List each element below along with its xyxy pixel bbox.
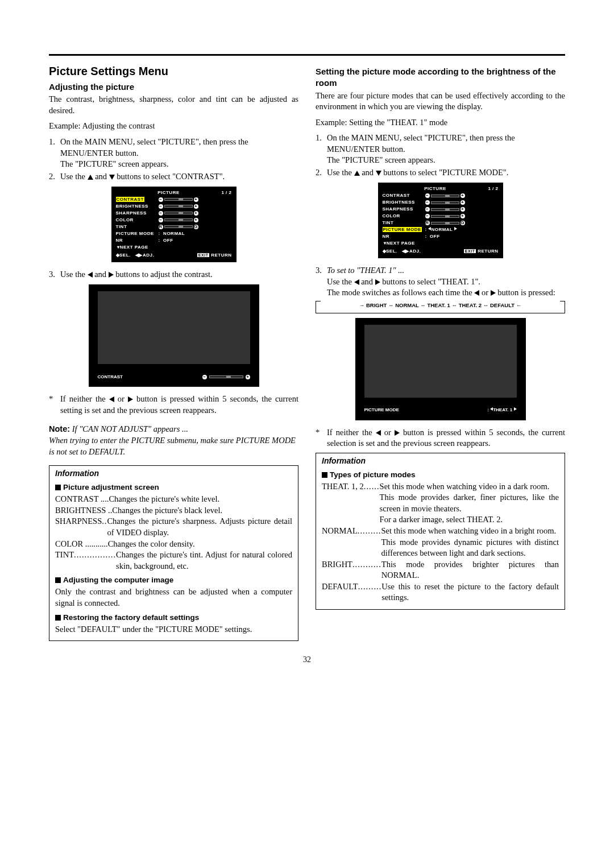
osd-picture-1: PICTURE1 / 2 CONTRAST−+ BRIGHTNESS−+ SHA… bbox=[111, 187, 237, 262]
right-icon bbox=[109, 272, 114, 278]
step-2: 2. Use the and buttons to select "CONTRA… bbox=[49, 171, 298, 183]
intro-text-r: There are four picture modes that can be… bbox=[316, 90, 565, 113]
right-icon bbox=[375, 279, 380, 285]
sub-heading-mode: Setting the picture mode according to th… bbox=[316, 66, 565, 89]
dl-color: COLOR ...........Changes the color densi… bbox=[55, 539, 292, 550]
example-line: Example: Adjusting the contrast bbox=[49, 121, 298, 132]
step-r1: 1. On the MAIN MENU, select "PICTURE", t… bbox=[316, 133, 565, 166]
right-icon bbox=[128, 396, 133, 402]
preview-mode: PICTURE MODE: THEAT. 1 bbox=[355, 318, 526, 420]
right-icon bbox=[395, 430, 400, 436]
info-box-left: Information Picture adjustment screen CO… bbox=[49, 465, 298, 641]
dl-brightness: BRIGHTNESS ..Changes the picture's black… bbox=[55, 505, 292, 516]
main-heading: Picture Settings Menu bbox=[49, 64, 298, 79]
right-icon bbox=[491, 290, 496, 296]
example-line-r: Example: Setting the "THEAT. 1" mode bbox=[316, 117, 565, 129]
dl-contrast: CONTRAST ....Changes the picture's white… bbox=[55, 494, 292, 505]
step-1: 1. On the MAIN MENU, select "PICTURE", t… bbox=[49, 137, 298, 170]
step-r2: 2. Use the and buttons to select "PICTUR… bbox=[316, 167, 565, 179]
left-icon bbox=[109, 396, 114, 402]
square-icon bbox=[55, 485, 61, 490]
dl-theat: THEAT. 1, 2 ......Set this mode when wat… bbox=[322, 481, 559, 526]
left-icon bbox=[474, 290, 479, 296]
preview-contrast: CONTRAST−+ bbox=[89, 284, 259, 387]
note-block: Note: If "CAN NOT ADJUST" appears ... Wh… bbox=[49, 424, 298, 457]
top-rule bbox=[49, 54, 565, 56]
intro-text: The contrast, brightness, sharpness, col… bbox=[49, 94, 298, 116]
square-icon bbox=[55, 577, 61, 583]
asterisk-note-r: * If neither the or button is pressed wi… bbox=[316, 427, 565, 449]
page-content: Picture Settings Menu Adjusting the pict… bbox=[49, 64, 565, 641]
right-column: Setting the picture mode according to th… bbox=[316, 64, 565, 641]
left-icon bbox=[354, 279, 359, 285]
down-icon bbox=[109, 175, 115, 180]
dl-tint: TINT ................Changes the picture… bbox=[55, 549, 292, 572]
dl-bright: BRIGHT ...........This mode provides bri… bbox=[322, 559, 559, 581]
mode-cycle: → BRIGHT ↔ NORMAL ↔ THEAT. 1 ↔ THEAT. 2 … bbox=[316, 301, 565, 313]
down-icon bbox=[376, 171, 381, 176]
square-icon bbox=[322, 472, 327, 478]
dl-default: DEFAULT .........Use this to reset the p… bbox=[322, 581, 559, 604]
dl-normal: NORMAL .........Set this mode when watch… bbox=[322, 526, 559, 559]
step-3: 3. Use the and buttons to adjust the con… bbox=[49, 269, 298, 280]
left-column: Picture Settings Menu Adjusting the pict… bbox=[49, 64, 298, 641]
step-r3: 3. To set to "THEAT. 1" ... Use the and … bbox=[316, 265, 565, 299]
page-number: 32 bbox=[49, 655, 565, 666]
up-icon bbox=[354, 171, 360, 176]
asterisk-note: * If neither the or button is pressed wi… bbox=[49, 394, 298, 416]
sub-heading-adjust: Adjusting the picture bbox=[49, 81, 298, 93]
square-icon bbox=[55, 615, 61, 621]
left-icon bbox=[376, 430, 381, 436]
dl-sharpness: SHARPNESS ..Changes the picture's sharpn… bbox=[55, 516, 292, 538]
info-box-right: Information Types of picture modes THEAT… bbox=[316, 453, 565, 610]
up-icon bbox=[88, 175, 93, 180]
left-icon bbox=[88, 272, 93, 278]
osd-picture-2: PICTURE1 / 2 CONTRAST−+ BRIGHTNESS−+ SHA… bbox=[378, 183, 503, 258]
